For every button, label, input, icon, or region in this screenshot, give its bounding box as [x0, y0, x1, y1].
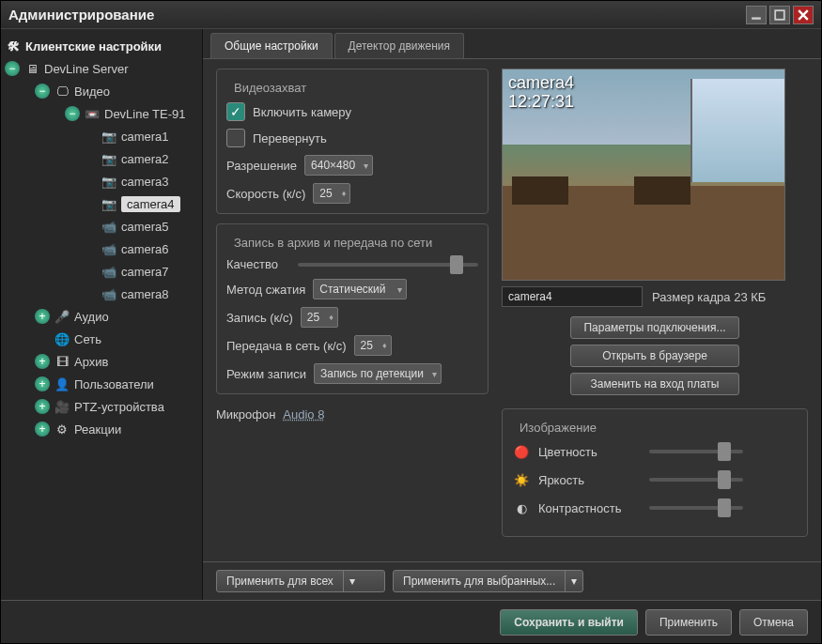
- reactions-icon: ⚙: [54, 422, 70, 437]
- apply-all-button[interactable]: Применить для всех▾: [216, 570, 385, 592]
- tree-audio[interactable]: 🎤Аудио: [1, 305, 202, 328]
- tree-reactions[interactable]: ⚙Реакции: [1, 418, 202, 440]
- speed-spinner[interactable]: 25: [313, 183, 350, 204]
- minimize-button[interactable]: [746, 6, 767, 24]
- tools-icon: 🛠: [5, 38, 22, 54]
- color-slider[interactable]: [649, 450, 743, 453]
- ptz-icon: 🎥: [54, 399, 70, 414]
- mic-icon: 🎤: [54, 309, 70, 324]
- contrast-slider[interactable]: [649, 506, 743, 510]
- monitor-icon: 🖵: [54, 84, 70, 99]
- camera-icon: 📹: [101, 241, 117, 256]
- contrast-icon: ◐: [512, 498, 531, 517]
- camera-icon: 📷: [101, 174, 117, 189]
- microphone-link[interactable]: Audio 8: [283, 407, 324, 422]
- camera-icon: 📹: [101, 286, 117, 301]
- tree-device[interactable]: 📼 DevLine TE-91: [1, 102, 202, 125]
- tab-bar: Общие настройки Детектор движения: [203, 29, 821, 59]
- net-fps-spinner[interactable]: 25: [354, 335, 392, 356]
- microphone-row: Микрофон Audio 8: [216, 404, 489, 425]
- camera-name-input[interactable]: [502, 286, 643, 307]
- tree-client-settings[interactable]: 🛠 Клиентские настройки: [1, 35, 202, 57]
- tab-motion[interactable]: Детектор движения: [334, 33, 464, 58]
- reel-icon: 🎞: [54, 354, 70, 369]
- user-icon: 👤: [54, 376, 70, 391]
- tree-ptz[interactable]: 🎥PTZ-устройства: [1, 395, 202, 418]
- camera-icon: 📷: [101, 196, 117, 211]
- admin-window: Администрирование 🛠 Клиентские настройки…: [0, 0, 822, 644]
- close-button[interactable]: [793, 6, 814, 24]
- tree-users[interactable]: 👤Пользователи: [1, 373, 202, 395]
- maximize-button[interactable]: [769, 6, 790, 24]
- overlay-time: 12:27:31: [508, 92, 574, 112]
- globe-icon: 🌐: [54, 331, 70, 346]
- chevron-down-icon[interactable]: ▾: [344, 571, 361, 591]
- collapse-icon[interactable]: [5, 61, 20, 76]
- flip-checkbox[interactable]: [226, 129, 245, 147]
- tree-server[interactable]: 🖥 DevLine Server: [1, 57, 202, 80]
- chevron-down-icon[interactable]: ▾: [566, 571, 582, 591]
- brightness-icon: ☀️: [512, 470, 531, 489]
- expand-icon[interactable]: [35, 422, 50, 437]
- resolution-select[interactable]: 640×480: [304, 155, 373, 176]
- sidebar-tree: 🛠 Клиентские настройки 🖥 DevLine Server …: [1, 29, 203, 600]
- tree-camera-6[interactable]: 📹camera6: [1, 238, 202, 260]
- camera-icon: 📹: [101, 219, 117, 234]
- tree-camera-4[interactable]: 📷camera4: [1, 192, 202, 215]
- record-fps-spinner[interactable]: 25: [301, 307, 338, 328]
- card-icon: 📼: [84, 106, 101, 121]
- tree-video[interactable]: 🖵 Видео: [1, 80, 202, 102]
- expand-icon[interactable]: [35, 309, 50, 324]
- apply-selected-button[interactable]: Применить для выбранных...▾: [393, 570, 583, 592]
- tree-camera-8[interactable]: 📹camera8: [1, 283, 202, 305]
- collapse-icon[interactable]: [65, 106, 80, 121]
- overlay-camera-name: camera4: [508, 73, 574, 93]
- tree-archive[interactable]: 🎞Архив: [1, 350, 202, 373]
- capture-group: Видеозахват Включить камеру Перевернуть …: [216, 69, 489, 214]
- expand-icon[interactable]: [35, 399, 50, 414]
- server-icon: 🖥: [23, 61, 40, 76]
- camera-icon: 📷: [101, 151, 117, 166]
- dialog-footer: Сохранить и выйти Применить Отмена: [1, 600, 821, 643]
- camera-icon: 📷: [101, 129, 117, 144]
- titlebar[interactable]: Администрирование: [1, 1, 821, 29]
- expand-icon[interactable]: [35, 354, 50, 369]
- expand-icon[interactable]: [35, 376, 50, 391]
- tree-camera-5[interactable]: 📹camera5: [1, 215, 202, 238]
- connection-params-button[interactable]: Параметры подключения...: [570, 316, 739, 339]
- tree-camera-2[interactable]: 📷camera2: [1, 147, 202, 170]
- tree-camera-7[interactable]: 📹camera7: [1, 260, 202, 283]
- save-exit-button[interactable]: Сохранить и выйти: [500, 609, 638, 636]
- open-browser-button[interactable]: Открыть в браузере: [570, 345, 739, 367]
- color-icon: 🔴: [512, 442, 531, 461]
- enable-camera-checkbox[interactable]: [226, 102, 245, 121]
- tree-network[interactable]: 🌐Сеть: [1, 328, 202, 350]
- apply-button[interactable]: Применить: [645, 609, 732, 636]
- brightness-slider[interactable]: [649, 478, 743, 482]
- compression-select[interactable]: Статический: [313, 279, 407, 299]
- quality-slider[interactable]: [298, 263, 478, 267]
- window-title: Администрирование: [8, 7, 746, 23]
- tab-general[interactable]: Общие настройки: [210, 33, 333, 58]
- cancel-button[interactable]: Отмена: [739, 609, 808, 636]
- tree-camera-3[interactable]: 📷camera3: [1, 170, 202, 192]
- replace-input-button[interactable]: Заменить на вход платы: [570, 373, 739, 395]
- camera-icon: 📹: [101, 264, 117, 279]
- camera-preview: camera4 12:27:31: [502, 69, 785, 281]
- tree-camera-1[interactable]: 📷camera1: [1, 125, 202, 147]
- record-mode-select[interactable]: Запись по детекции: [314, 363, 442, 384]
- slider-thumb[interactable]: [450, 255, 463, 274]
- image-group: Изображение 🔴 Цветность ☀️ Яркость: [502, 408, 808, 537]
- record-group: Запись в архив и передача по сети Качест…: [216, 223, 489, 394]
- svg-rect-1: [775, 10, 784, 20]
- collapse-icon[interactable]: [35, 84, 50, 99]
